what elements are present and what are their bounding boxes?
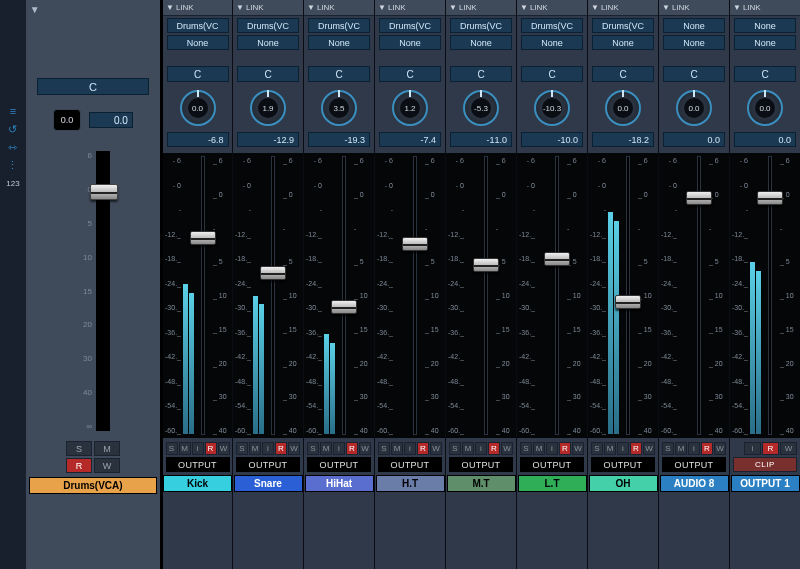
fader-cap[interactable]: [331, 300, 357, 314]
r-button[interactable]: R: [762, 442, 779, 455]
m-button[interactable]: M: [179, 442, 191, 455]
link-group-2[interactable]: None: [663, 35, 725, 50]
m-button[interactable]: M: [320, 442, 332, 455]
dropdown-icon[interactable]: ▼: [30, 4, 40, 15]
channel-name[interactable]: M.T: [447, 475, 516, 492]
pan-control[interactable]: C: [663, 66, 725, 82]
r-button[interactable]: R: [630, 442, 642, 455]
master-pan[interactable]: C: [37, 78, 149, 95]
link-group-2[interactable]: None: [592, 35, 654, 50]
i-button[interactable]: i: [333, 442, 345, 455]
w-button[interactable]: W: [218, 442, 230, 455]
output-label[interactable]: OUTPUT: [520, 457, 584, 472]
gain-value[interactable]: -10.0: [521, 132, 583, 147]
gain-knob[interactable]: 1.2: [388, 86, 432, 130]
w-button[interactable]: W: [780, 442, 797, 455]
s-button[interactable]: S: [662, 442, 674, 455]
link-group-1[interactable]: Drums(VC: [167, 18, 229, 33]
channel-fader[interactable]: [407, 153, 423, 438]
link-row[interactable]: ▼LINK: [163, 0, 232, 16]
channel-name[interactable]: Kick: [163, 475, 232, 492]
dropdown-icon[interactable]: ▼: [662, 3, 670, 12]
rail-bars-icon[interactable]: ≡: [5, 105, 21, 117]
fader-cap[interactable]: [190, 231, 216, 245]
i-button[interactable]: i: [744, 442, 761, 455]
channel-name[interactable]: HiHat: [305, 475, 374, 492]
s-button[interactable]: S: [166, 442, 178, 455]
link-row[interactable]: ▼LINK: [233, 0, 303, 16]
channel-fader[interactable]: [691, 153, 707, 438]
fader-cap[interactable]: [615, 295, 641, 309]
gain-knob[interactable]: -10.3: [530, 86, 574, 130]
r-button[interactable]: R: [488, 442, 500, 455]
rail-menu-icon[interactable]: ⋮: [5, 159, 21, 171]
mute-button[interactable]: M: [94, 441, 120, 456]
pan-control[interactable]: C: [450, 66, 512, 82]
fader-cap[interactable]: [757, 191, 783, 205]
channel-name[interactable]: L.T: [518, 475, 587, 492]
fader-cap[interactable]: [260, 266, 286, 280]
w-button[interactable]: W: [288, 442, 300, 455]
link-group-2[interactable]: None: [734, 35, 796, 50]
link-row[interactable]: ▼LINK: [659, 0, 729, 16]
gain-knob[interactable]: 0.0: [176, 86, 220, 130]
dropdown-icon[interactable]: ▼: [449, 3, 457, 12]
pan-control[interactable]: C: [592, 66, 654, 82]
channel-name[interactable]: AUDIO 8: [660, 475, 729, 492]
link-row[interactable]: ▼LINK: [517, 0, 587, 16]
gain-knob[interactable]: 0.0: [601, 86, 645, 130]
link-row[interactable]: ▼LINK: [588, 0, 658, 16]
i-button[interactable]: i: [404, 442, 416, 455]
gain-knob[interactable]: -5.3: [459, 86, 503, 130]
link-group-2[interactable]: None: [308, 35, 370, 50]
dropdown-icon[interactable]: ▼: [166, 3, 174, 12]
clip-indicator[interactable]: CLIP: [733, 457, 797, 472]
gain-value[interactable]: -11.0: [450, 132, 512, 147]
i-button[interactable]: i: [192, 442, 204, 455]
i-button[interactable]: i: [688, 442, 700, 455]
i-button[interactable]: i: [617, 442, 629, 455]
link-group-2[interactable]: None: [379, 35, 441, 50]
m-button[interactable]: M: [249, 442, 261, 455]
master-peak-value[interactable]: 0.0: [89, 112, 133, 128]
link-group-1[interactable]: None: [734, 18, 796, 33]
dropdown-icon[interactable]: ▼: [378, 3, 386, 12]
i-button[interactable]: i: [546, 442, 558, 455]
fader-cap[interactable]: [402, 237, 428, 251]
m-button[interactable]: M: [462, 442, 474, 455]
gain-knob[interactable]: 0.0: [672, 86, 716, 130]
link-group-1[interactable]: Drums(VC: [308, 18, 370, 33]
link-group-1[interactable]: Drums(VC: [450, 18, 512, 33]
output-label[interactable]: OUTPUT: [307, 457, 371, 472]
s-button[interactable]: S: [520, 442, 532, 455]
s-button[interactable]: S: [307, 442, 319, 455]
pan-control[interactable]: C: [734, 66, 796, 82]
read-button[interactable]: R: [66, 458, 92, 473]
m-button[interactable]: M: [533, 442, 545, 455]
channel-name[interactable]: H.T: [376, 475, 445, 492]
dropdown-icon[interactable]: ▼: [591, 3, 599, 12]
s-button[interactable]: S: [449, 442, 461, 455]
dropdown-icon[interactable]: ▼: [733, 3, 741, 12]
gain-value[interactable]: 0.0: [663, 132, 725, 147]
link-group-2[interactable]: None: [167, 35, 229, 50]
master-fader-track[interactable]: [96, 151, 110, 431]
s-button[interactable]: S: [236, 442, 248, 455]
channel-name[interactable]: Snare: [234, 475, 303, 492]
channel-fader[interactable]: [620, 153, 636, 438]
gain-value[interactable]: 0.0: [734, 132, 796, 147]
gain-value[interactable]: -19.3: [308, 132, 370, 147]
gain-knob[interactable]: 3.5: [317, 86, 361, 130]
channel-fader[interactable]: [762, 153, 778, 438]
output-label[interactable]: OUTPUT: [166, 457, 230, 472]
fader-cap[interactable]: [686, 191, 712, 205]
w-button[interactable]: W: [572, 442, 584, 455]
r-button[interactable]: R: [346, 442, 358, 455]
master-fader-cap[interactable]: [90, 184, 118, 200]
pan-control[interactable]: C: [521, 66, 583, 82]
r-button[interactable]: R: [701, 442, 713, 455]
pan-control[interactable]: C: [379, 66, 441, 82]
r-button[interactable]: R: [275, 442, 287, 455]
channel-name[interactable]: OUTPUT 1: [731, 475, 800, 492]
rail-num-icon[interactable]: 123: [5, 177, 21, 189]
